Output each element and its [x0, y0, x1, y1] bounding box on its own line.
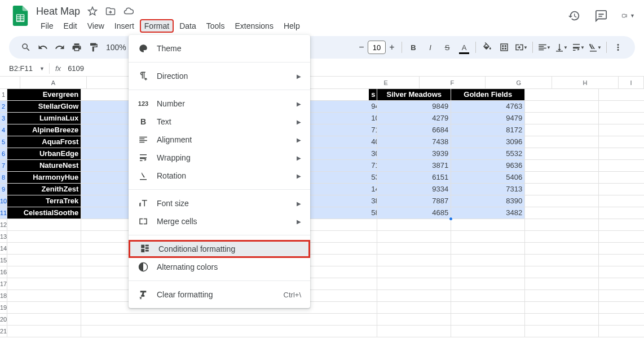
- cell[interactable]: [599, 278, 644, 290]
- cloud-icon[interactable]: [123, 6, 134, 17]
- cell[interactable]: Evergreen: [7, 89, 81, 101]
- cell[interactable]: s: [369, 89, 377, 101]
- menu-help[interactable]: Help: [279, 19, 305, 33]
- cell[interactable]: Golden Fields: [451, 89, 525, 101]
- row-header[interactable]: 9: [0, 184, 7, 195]
- cell[interactable]: [451, 266, 525, 278]
- cell[interactable]: [599, 231, 644, 243]
- sheets-logo[interactable]: [9, 5, 32, 27]
- cell[interactable]: [525, 278, 599, 290]
- cell[interactable]: CelestialSoothe: [7, 207, 81, 219]
- cell[interactable]: [7, 266, 81, 278]
- cell[interactable]: 94: [369, 101, 377, 113]
- dd-merge[interactable]: Merge cells ▶: [129, 212, 310, 230]
- cell[interactable]: [451, 278, 525, 290]
- cell[interactable]: [377, 255, 451, 266]
- redo-icon[interactable]: [52, 39, 68, 55]
- cell[interactable]: [525, 243, 599, 255]
- print-icon[interactable]: [69, 39, 85, 55]
- cell[interactable]: StellarGlow: [7, 101, 81, 113]
- select-all-corner[interactable]: [0, 77, 20, 88]
- comment-icon[interactable]: [594, 9, 608, 23]
- fx-icon[interactable]: fx: [50, 64, 67, 73]
- cell[interactable]: 3096: [451, 136, 525, 148]
- cell[interactable]: [451, 231, 525, 243]
- row-header[interactable]: 19: [0, 302, 7, 314]
- bold-icon[interactable]: B: [405, 39, 421, 55]
- cell[interactable]: 5406: [451, 172, 525, 184]
- font-size-plus[interactable]: +: [386, 41, 398, 54]
- menu-extensions[interactable]: Extensions: [230, 19, 277, 33]
- menu-insert[interactable]: Insert: [110, 19, 139, 33]
- row-header[interactable]: 12: [0, 219, 7, 231]
- history-icon[interactable]: [567, 9, 581, 23]
- col-header[interactable]: E: [353, 77, 420, 88]
- cell[interactable]: [377, 231, 451, 243]
- cell[interactable]: 7313: [451, 184, 525, 195]
- cell[interactable]: [599, 148, 644, 160]
- cell[interactable]: [599, 243, 644, 255]
- cell[interactable]: [525, 207, 599, 219]
- halign-icon[interactable]: ▼: [536, 39, 552, 55]
- menu-tools[interactable]: Tools: [202, 19, 230, 33]
- row-header[interactable]: 7: [0, 160, 7, 172]
- merge-icon[interactable]: ▼: [513, 39, 529, 55]
- cell[interactable]: [599, 124, 644, 136]
- cell[interactable]: 7887: [377, 195, 451, 207]
- row-header[interactable]: 5: [0, 136, 7, 148]
- cell[interactable]: [7, 243, 81, 255]
- cell[interactable]: [525, 255, 599, 266]
- cell[interactable]: [525, 231, 599, 243]
- row-header[interactable]: 15: [0, 255, 7, 266]
- cell[interactable]: [525, 172, 599, 184]
- italic-icon[interactable]: I: [422, 39, 438, 55]
- cell[interactable]: UrbanEdge: [7, 148, 81, 160]
- more-icon[interactable]: [610, 39, 626, 55]
- font-size-input[interactable]: [368, 41, 386, 54]
- cell-ref[interactable]: B2:F11▼: [5, 63, 50, 74]
- cell[interactable]: [599, 290, 644, 302]
- star-icon[interactable]: [87, 6, 98, 17]
- valign-icon[interactable]: ▼: [553, 39, 569, 55]
- cell[interactable]: [599, 113, 644, 124]
- row-header[interactable]: 3: [0, 113, 7, 124]
- meet-icon[interactable]: ▼: [621, 9, 635, 23]
- cell[interactable]: [451, 243, 525, 255]
- cell[interactable]: [525, 195, 599, 207]
- strikethrough-icon[interactable]: S: [439, 39, 455, 55]
- cell[interactable]: AquaFrost: [7, 136, 81, 148]
- cell[interactable]: [525, 184, 599, 195]
- cell[interactable]: HarmonyHue: [7, 172, 81, 184]
- wrap-icon[interactable]: ▼: [570, 39, 586, 55]
- cell[interactable]: [377, 326, 451, 337]
- col-header[interactable]: I: [619, 77, 644, 88]
- cell[interactable]: [599, 326, 644, 337]
- rotate-icon[interactable]: ▼: [587, 39, 603, 55]
- cell[interactable]: [7, 231, 81, 243]
- cell[interactable]: 7438: [377, 136, 451, 148]
- cell[interactable]: 9479: [451, 113, 525, 124]
- cell[interactable]: 10: [369, 113, 377, 124]
- cell[interactable]: LuminaLux: [7, 113, 81, 124]
- cell[interactable]: [599, 219, 644, 231]
- cell[interactable]: [525, 290, 599, 302]
- dd-conditional-formatting[interactable]: Conditional formatting: [129, 240, 310, 258]
- dd-rotation[interactable]: Rotation ▶: [129, 167, 310, 185]
- cell[interactable]: 40: [369, 136, 377, 148]
- cell[interactable]: 4279: [377, 113, 451, 124]
- cell[interactable]: 9334: [377, 184, 451, 195]
- cell[interactable]: [451, 255, 525, 266]
- paint-format-icon[interactable]: [86, 39, 102, 55]
- font-size-minus[interactable]: −: [355, 41, 368, 54]
- cell[interactable]: [599, 255, 644, 266]
- cell[interactable]: [7, 278, 81, 290]
- undo-icon[interactable]: [35, 39, 51, 55]
- dd-text[interactable]: B Text ▶: [129, 113, 310, 131]
- cell[interactable]: 3871: [377, 160, 451, 172]
- cell[interactable]: 9636: [451, 160, 525, 172]
- dd-direction[interactable]: Direction ▶: [129, 67, 310, 85]
- cell[interactable]: [377, 314, 451, 326]
- cell[interactable]: [525, 302, 599, 314]
- cell[interactable]: [525, 113, 599, 124]
- cell[interactable]: [525, 136, 599, 148]
